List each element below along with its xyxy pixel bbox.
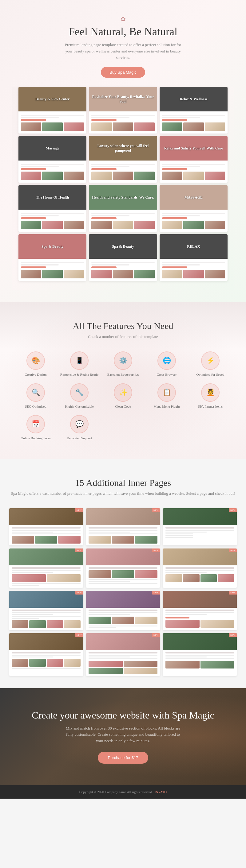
inner-pages-grid: NEW NEW xyxy=(9,508,237,676)
template-line xyxy=(91,166,129,167)
ip-line xyxy=(12,530,81,531)
ip-line xyxy=(165,535,193,536)
inner-page-content xyxy=(86,525,160,546)
feature-label: Optimised for Speed xyxy=(196,372,224,377)
template-mini-img xyxy=(134,221,154,229)
inner-page-card[interactable]: NEW xyxy=(9,591,83,630)
ip-line xyxy=(88,579,158,580)
ip-thumb xyxy=(12,620,28,628)
template-card[interactable]: Relax and Satisfy Yourself With Care xyxy=(160,136,227,183)
ip-line xyxy=(88,625,158,626)
ip-line xyxy=(165,658,234,659)
hero-cta-button[interactable]: Buy Spa Magic xyxy=(101,67,145,78)
ip-thumb xyxy=(64,659,81,666)
ip-thumb xyxy=(112,617,134,624)
cta-title: Create your awesome website with Spa Mag… xyxy=(12,710,234,721)
template-card[interactable]: Beauty & SPA Center xyxy=(19,87,86,133)
inner-page-card[interactable]: NEW xyxy=(163,508,237,546)
template-btn-line xyxy=(91,267,116,268)
ip-btn-line xyxy=(165,617,189,618)
inner-page-card[interactable]: NEW xyxy=(86,633,160,676)
template-card[interactable]: Health and Safety Standards. We Care. xyxy=(89,185,157,232)
template-card[interactable]: Massage xyxy=(19,136,86,183)
template-line xyxy=(162,166,200,167)
inner-page-text-lines xyxy=(88,625,158,628)
template-line xyxy=(21,117,59,118)
inner-page-card[interactable]: NEW xyxy=(86,549,160,588)
inner-page-card[interactable]: NEW xyxy=(86,508,160,546)
inner-page-text-lines xyxy=(88,655,158,659)
footer: Copyright © 2020 Company name All rights… xyxy=(0,785,246,799)
inner-page-card[interactable]: NEW xyxy=(163,591,237,630)
ip-thumb xyxy=(29,620,46,628)
inner-page-tag: NEW xyxy=(229,591,237,594)
template-card[interactable]: Revitalize Your Beauty, Revitalize Your … xyxy=(89,87,157,133)
ip-line xyxy=(12,583,81,584)
template-images xyxy=(91,221,154,229)
template-line xyxy=(21,262,84,264)
template-line xyxy=(162,213,225,214)
inner-page-text-lines xyxy=(88,579,158,584)
template-btn-line xyxy=(162,168,187,170)
template-btn-line xyxy=(162,267,187,268)
inner-page-tag: NEW xyxy=(152,549,160,552)
inner-page-card[interactable]: NEW xyxy=(163,549,237,588)
template-mini-img xyxy=(162,270,182,278)
template-card[interactable]: RELAX xyxy=(160,234,227,281)
feature-label: Creative Design xyxy=(25,372,47,377)
inner-page-title-bar xyxy=(165,610,234,611)
inner-page-thumbs xyxy=(165,661,234,669)
template-line xyxy=(91,262,154,264)
mega-menu-icon: 📋 xyxy=(158,383,176,402)
inner-page-card[interactable]: NEW xyxy=(9,508,83,546)
template-mini-img xyxy=(21,122,41,131)
footer-link[interactable]: ENVATO xyxy=(154,790,167,794)
ip-thumb xyxy=(135,617,158,624)
template-line xyxy=(21,264,59,266)
ip-thumb xyxy=(64,620,81,628)
inner-page-card[interactable]: NEW xyxy=(163,633,237,676)
template-card[interactable]: Spa & Beauty xyxy=(89,234,157,281)
inner-page-thumbs xyxy=(165,574,234,582)
speed-icon: ⚡ xyxy=(201,351,220,370)
template-card-body xyxy=(19,160,86,183)
template-line xyxy=(91,264,129,266)
feature-item-mega-menu: 📋 Mega Menu Plugin xyxy=(146,383,187,409)
template-card-header: Health and Safety Standards. We Care. xyxy=(89,185,157,210)
template-card-header: Massage xyxy=(19,136,86,160)
template-mini-img xyxy=(91,270,112,278)
inner-page-card[interactable]: NEW xyxy=(9,549,83,588)
inner-page-text-lines xyxy=(12,570,81,573)
template-btn-line xyxy=(21,217,46,219)
template-mini-img xyxy=(42,122,62,131)
template-images xyxy=(162,221,225,229)
template-mini-img xyxy=(162,122,182,131)
inner-page-header: NEW xyxy=(9,591,83,608)
inner-page-tag: NEW xyxy=(229,508,237,512)
inner-page-content xyxy=(9,565,83,588)
template-card-header: Revitalize Your Beauty, Revitalize Your … xyxy=(89,87,157,112)
ip-line xyxy=(12,616,81,617)
template-card-body xyxy=(19,259,86,281)
template-card-body xyxy=(19,210,86,232)
inner-page-card[interactable]: NEW xyxy=(86,591,160,630)
template-card[interactable]: The Home Of Health xyxy=(19,185,86,232)
template-card[interactable]: Relax & Wellness xyxy=(160,87,227,133)
cta-button[interactable]: Purchase for $17 xyxy=(98,752,148,764)
template-images xyxy=(21,221,84,229)
inner-page-content xyxy=(86,608,160,630)
template-mini-img xyxy=(64,270,84,278)
template-mini-img xyxy=(162,221,182,229)
ip-line xyxy=(88,614,130,615)
inner-page-tag: NEW xyxy=(229,633,237,637)
template-card[interactable]: Spa & Beauty xyxy=(19,234,86,281)
inner-page-title-bar xyxy=(88,567,158,569)
ip-line xyxy=(12,618,39,619)
template-card[interactable]: MASSAGE xyxy=(160,185,227,232)
ip-thumb xyxy=(88,617,111,624)
template-mini-img xyxy=(21,270,41,278)
inner-page-card[interactable]: NEW xyxy=(9,633,83,676)
template-card[interactable]: Luxury salon where you will feel pampere… xyxy=(89,136,157,183)
inner-page-thumbs xyxy=(12,574,81,582)
template-mini-img xyxy=(64,221,84,229)
